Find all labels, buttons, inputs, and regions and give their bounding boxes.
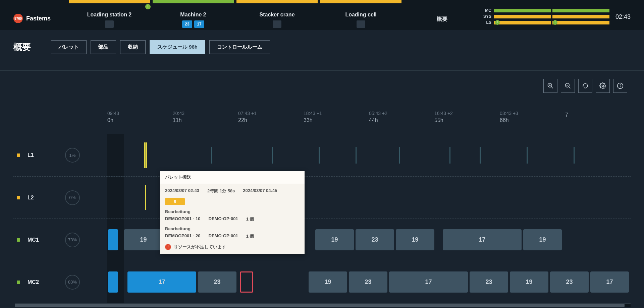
station-title: Machine 2 [180, 12, 206, 18]
status-bar [552, 21, 609, 24]
time-offset: 44h [369, 117, 434, 123]
task-block[interactable] [108, 229, 118, 250]
status-bars: !! [494, 21, 609, 24]
toolbar [543, 79, 627, 93]
tooltip-cell: DEMOGP001 - 20 [165, 233, 201, 239]
utilization-gauge: 73% [65, 233, 80, 247]
task-tick[interactable] [211, 147, 212, 164]
task-tick[interactable] [319, 147, 320, 164]
task-tick[interactable] [480, 147, 481, 164]
time-offset: 0h [107, 117, 173, 123]
station-title: Loading cell [345, 12, 376, 18]
navbar: 概要 パレット部品収納スケジュール 96hコントロールルーム [0, 34, 644, 60]
station-badges [357, 20, 365, 28]
task-block[interactable] [108, 271, 118, 293]
tooltip-cell: 1 個 [246, 233, 254, 239]
time-stamp: 07:43 +1 [238, 111, 304, 116]
status-dot-icon [17, 196, 20, 199]
task-block[interactable] [240, 271, 253, 293]
time-stamp: 05:43 +2 [369, 111, 434, 116]
horizontal-scrollbar[interactable] [15, 303, 631, 307]
status-row: MC [481, 8, 609, 13]
task-block[interactable]: 23 [349, 271, 387, 293]
schedule-area: 09:430h20:4311h07:43 +122h18:43 +133h05:… [13, 111, 631, 305]
task-block[interactable]: 17 [443, 229, 522, 250]
row-track[interactable]: 172319231723192317 [107, 261, 631, 303]
station-col[interactable]: Stacker crane [235, 0, 319, 30]
task-block[interactable]: 23 [356, 229, 394, 250]
logo-text: Fastems [26, 15, 51, 22]
nav-tab[interactable]: 部品 [91, 40, 116, 54]
info-icon[interactable] [613, 79, 627, 93]
station-status-bar [320, 0, 401, 3]
task-block[interactable]: 17 [389, 271, 468, 293]
top-overview-label[interactable]: 概要 [403, 0, 481, 30]
task-tick[interactable] [356, 147, 357, 164]
tooltip-cell: DEMO-GP-001 [209, 216, 238, 222]
status-label: LS [481, 20, 491, 25]
task-block[interactable]: 23 [470, 271, 508, 293]
status-dot-icon [17, 281, 20, 284]
nav-tab[interactable]: スケジュール 96h [150, 40, 205, 54]
task-block[interactable]: 19 [309, 271, 347, 293]
task-block[interactable]: 19 [396, 229, 434, 250]
time-column: 07:43 +122h [238, 111, 304, 129]
row-track[interactable] [107, 134, 631, 176]
divider [0, 70, 644, 71]
task-tick[interactable] [527, 147, 528, 164]
tooltip-title: パレット搬送 [160, 171, 305, 184]
status-bar [494, 9, 551, 12]
time-column: 16:43 +255h [434, 111, 500, 129]
task-tick[interactable] [399, 147, 400, 164]
station-badge: 23 [182, 20, 192, 28]
utilization-gauge: 1% [65, 148, 80, 163]
task-block[interactable]: 19 [510, 271, 548, 293]
task-tick[interactable] [449, 147, 450, 164]
task-block[interactable]: 19 [315, 229, 354, 250]
nav-tab[interactable]: パレット [51, 40, 87, 54]
station-badge-empty [273, 20, 281, 28]
status-bar [494, 15, 551, 18]
tooltip-pallet-badge: 8 [165, 198, 185, 205]
station-badges [105, 20, 114, 28]
status-bars [494, 9, 609, 12]
task-block[interactable]: 17 [127, 271, 196, 293]
row-header: L20% [13, 190, 107, 205]
zoom-out-icon[interactable] [561, 79, 575, 93]
schedule-row: L20% [13, 176, 631, 219]
nav-tabs: パレット部品収納スケジュール 96hコントロールルーム [51, 40, 270, 54]
task-tick[interactable] [272, 147, 273, 164]
scrollbar-thumb[interactable] [15, 304, 625, 307]
task-block[interactable]: 23 [198, 271, 236, 293]
zoom-in-icon[interactable] [543, 79, 557, 93]
tooltip-section-row: DEMOGP001 - 20DEMO-GP-0011 個 [165, 233, 300, 239]
task-tick[interactable] [145, 185, 146, 210]
task-block[interactable]: 23 [550, 271, 589, 293]
task-block[interactable]: 19 [124, 229, 163, 250]
schedule-row: MC173%191923191719 [13, 219, 631, 261]
tooltip-section-heading: Bearbeitung [165, 209, 300, 214]
time-column: 20:4311h [173, 111, 238, 129]
task-tick[interactable] [146, 142, 147, 168]
station-title: Loading station 2 [87, 12, 131, 18]
station-col[interactable]: !Loading station 2 [67, 0, 151, 30]
tooltip-section-row: DEMOGP001 - 10DEMO-GP-0011 個 [165, 216, 300, 222]
nav-tab[interactable]: 収納 [120, 40, 146, 54]
station-col[interactable]: Loading cell [319, 0, 403, 30]
refresh-icon[interactable] [578, 79, 592, 93]
task-tick[interactable] [144, 142, 146, 168]
tooltip-section-heading: Bearbeitung [165, 226, 300, 231]
time-stamp: 20:43 [173, 111, 238, 116]
task-block[interactable]: 19 [523, 229, 562, 250]
utilization-gauge: 83% [65, 275, 80, 290]
settings-icon[interactable] [596, 79, 610, 93]
status-bars [494, 15, 609, 18]
row-name: L1 [28, 152, 44, 158]
time-column: 05:43 +244h [369, 111, 434, 129]
nav-tab[interactable]: コントロールルーム [209, 40, 270, 54]
station-col[interactable]: Machine 22317 [151, 0, 235, 30]
task-tick[interactable] [574, 147, 575, 164]
time-offset: 22h [238, 117, 304, 123]
task-block[interactable]: 17 [590, 271, 629, 293]
tooltip-cell: DEMO-GP-001 [209, 233, 238, 239]
